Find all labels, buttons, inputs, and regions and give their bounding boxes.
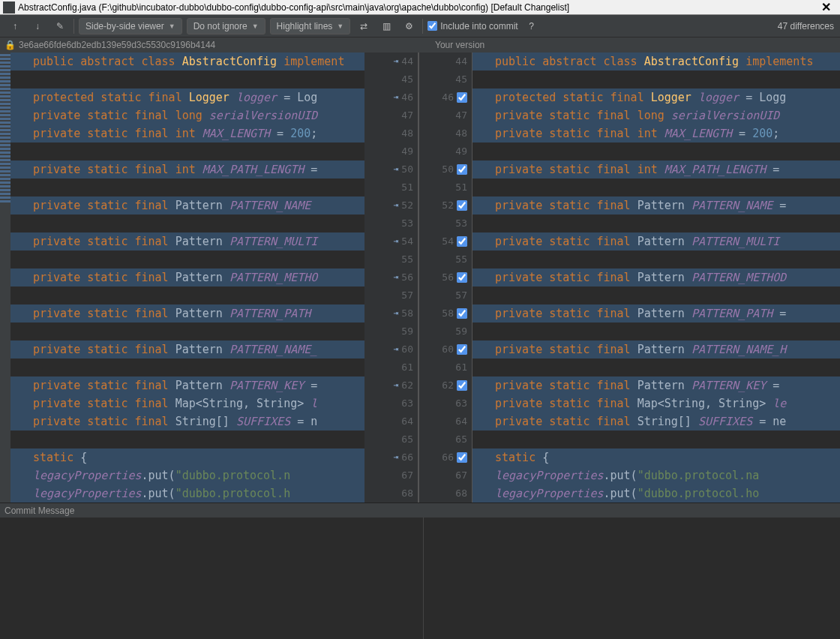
code-line[interactable]: private static final String[] SUFFIXES =… xyxy=(10,412,364,430)
include-line-checkbox[interactable] xyxy=(457,272,467,283)
include-line-checkbox[interactable] xyxy=(457,200,467,211)
gutter-row[interactable]: 48 xyxy=(364,124,418,142)
viewer-mode-combo[interactable]: Side-by-side viewer ▼ xyxy=(79,18,182,34)
gutter-row[interactable]: ⇥46 xyxy=(364,88,418,106)
code-line[interactable]: protected static final Logger logger = L… xyxy=(10,88,364,106)
code-line[interactable] xyxy=(472,286,840,304)
gutter-row[interactable]: 68 xyxy=(419,484,472,502)
code-line[interactable] xyxy=(10,70,364,88)
gutter-row[interactable]: 53 xyxy=(419,214,472,232)
gutter-row[interactable]: ⇥58 xyxy=(364,304,418,322)
include-line-checkbox[interactable] xyxy=(457,164,467,175)
apply-arrow-icon[interactable]: ⇥ xyxy=(394,88,399,106)
gutter-row[interactable]: 65 xyxy=(419,430,472,448)
gutter-row[interactable]: ⇥54 xyxy=(364,232,418,250)
include-line-checkbox[interactable] xyxy=(457,308,467,319)
edit-icon[interactable]: ✎ xyxy=(51,17,69,35)
gutter-row[interactable]: 67 xyxy=(419,466,472,484)
gutter-row[interactable]: 52 xyxy=(419,196,472,214)
gutter-row[interactable]: 58 xyxy=(419,304,472,322)
gutter-row[interactable]: 50 xyxy=(419,160,472,178)
gutter-row[interactable]: 59 xyxy=(364,322,418,340)
commit-message-input[interactable] xyxy=(0,518,424,639)
code-line[interactable]: private static final Pattern PATTERN_PAT… xyxy=(10,304,364,322)
code-line[interactable]: private static final Pattern PATTERN_KEY… xyxy=(472,376,840,394)
gutter-row[interactable]: 47 xyxy=(419,106,472,124)
gear-icon[interactable]: ⚙ xyxy=(400,17,418,35)
code-line[interactable]: legacyProperties.put("dubbo.protocol.ho xyxy=(472,484,840,502)
code-line[interactable] xyxy=(10,250,364,268)
gutter-row[interactable]: 60 xyxy=(419,340,472,358)
gutter-row[interactable]: 49 xyxy=(364,142,418,160)
gutter-row[interactable]: 64 xyxy=(364,412,418,430)
code-line[interactable] xyxy=(472,358,840,376)
gutter-row[interactable]: 56 xyxy=(419,268,472,286)
apply-arrow-icon[interactable]: ⇥ xyxy=(394,268,399,286)
code-line[interactable] xyxy=(472,250,840,268)
code-line[interactable]: private static final Map<String, String>… xyxy=(10,394,364,412)
code-line[interactable]: private static final Pattern PATTERN_MET… xyxy=(472,268,840,286)
code-line[interactable]: private static final Pattern PATTERN_PAT… xyxy=(472,304,840,322)
next-diff-icon[interactable]: ↓ xyxy=(28,17,46,35)
gutter-row[interactable]: 67 xyxy=(364,466,418,484)
include-line-checkbox[interactable] xyxy=(457,452,467,463)
gutter-row[interactable]: 51 xyxy=(419,178,472,196)
gutter-row[interactable]: 57 xyxy=(419,286,472,304)
code-line[interactable]: legacyProperties.put("dubbo.protocol.na xyxy=(472,466,840,484)
code-line[interactable]: private static final int MAX_LENGTH = 20… xyxy=(472,124,840,142)
gutter-row[interactable]: 63 xyxy=(364,394,418,412)
gutter-row[interactable]: 61 xyxy=(419,358,472,376)
gutter-row[interactable]: 53 xyxy=(364,214,418,232)
code-line[interactable]: static { xyxy=(472,448,840,466)
change-markers[interactable] xyxy=(0,52,10,502)
gutter-row[interactable]: 45 xyxy=(364,70,418,88)
code-line[interactable] xyxy=(472,430,840,448)
gutter-row[interactable]: 51 xyxy=(364,178,418,196)
code-line[interactable]: private static final Pattern PATTERN_NAM… xyxy=(472,196,840,214)
gutter-row[interactable]: 64 xyxy=(419,412,472,430)
code-line[interactable]: private static final Map<String, String>… xyxy=(472,394,840,412)
gutter-row[interactable]: ⇥52 xyxy=(364,196,418,214)
right-code-pane[interactable]: public abstract class AbstractConfig imp… xyxy=(472,52,840,502)
gutter-row[interactable]: 55 xyxy=(364,250,418,268)
collapse-unchanged-icon[interactable]: ⇄ xyxy=(355,17,373,35)
code-line[interactable] xyxy=(10,322,364,340)
right-gutter[interactable]: 4445464748495051525354555657585960616263… xyxy=(418,52,472,502)
apply-arrow-icon[interactable]: ⇥ xyxy=(394,448,399,466)
sync-scroll-icon[interactable]: ▥ xyxy=(377,17,395,35)
code-line[interactable]: private static final int MAX_PATH_LENGTH… xyxy=(10,160,364,178)
code-line[interactable]: private static final Pattern PATTERN_MET… xyxy=(10,268,364,286)
include-line-checkbox[interactable] xyxy=(457,380,467,391)
gutter-row[interactable]: 61 xyxy=(364,358,418,376)
left-gutter[interactable]: ⇥4445⇥46474849⇥5051⇥5253⇥5455⇥5657⇥5859⇥… xyxy=(364,52,418,502)
include-line-checkbox[interactable] xyxy=(457,344,467,355)
gutter-row[interactable]: ⇥44 xyxy=(364,52,418,70)
code-line[interactable]: protected static final Logger logger = L… xyxy=(472,88,840,106)
code-line[interactable]: private static final Pattern PATTERN_KEY… xyxy=(10,376,364,394)
code-line[interactable] xyxy=(472,142,840,160)
gutter-row[interactable]: 48 xyxy=(419,124,472,142)
gutter-row[interactable]: 63 xyxy=(419,394,472,412)
gutter-row[interactable]: 49 xyxy=(419,142,472,160)
code-line[interactable] xyxy=(472,214,840,232)
code-line[interactable] xyxy=(10,178,364,196)
code-line[interactable]: private static final Pattern PATTERN_MUL… xyxy=(472,232,840,250)
ignore-combo[interactable]: Do not ignore ▼ xyxy=(187,18,266,34)
gutter-row[interactable]: 66 xyxy=(419,448,472,466)
apply-arrow-icon[interactable]: ⇥ xyxy=(394,232,399,250)
code-line[interactable] xyxy=(10,430,364,448)
gutter-row[interactable]: 46 xyxy=(419,88,472,106)
apply-arrow-icon[interactable]: ⇥ xyxy=(394,160,399,178)
highlight-combo[interactable]: Highlight lines ▼ xyxy=(270,18,351,34)
apply-arrow-icon[interactable]: ⇥ xyxy=(394,376,399,394)
gutter-row[interactable]: 55 xyxy=(419,250,472,268)
code-line[interactable]: legacyProperties.put("dubbo.protocol.n xyxy=(10,466,364,484)
code-line[interactable]: private static final Pattern PATTERN_NAM… xyxy=(472,340,840,358)
code-line[interactable]: private static final Pattern PATTERN_NAM… xyxy=(10,196,364,214)
code-line[interactable]: public abstract class AbstractConfig imp… xyxy=(472,52,840,70)
apply-arrow-icon[interactable]: ⇥ xyxy=(394,196,399,214)
code-line[interactable]: private static final String[] SUFFIXES =… xyxy=(472,412,840,430)
gutter-row[interactable]: ⇥60 xyxy=(364,340,418,358)
gutter-row[interactable]: 59 xyxy=(419,322,472,340)
code-line[interactable] xyxy=(10,142,364,160)
